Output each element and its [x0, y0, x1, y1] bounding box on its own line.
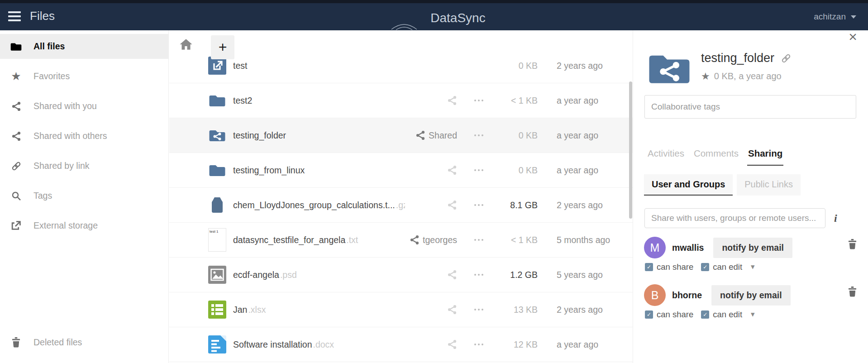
avatar: M [644, 237, 666, 258]
chevron-down-icon [851, 15, 856, 19]
share-icon[interactable] [410, 235, 420, 245]
sidebar-item-shared-with-you[interactable]: Shared with you [0, 94, 168, 119]
share-action[interactable] [405, 96, 457, 105]
collaborative-tags-input[interactable] [644, 95, 856, 119]
file-row[interactable]: testing_folderShared0 KBa year ago [169, 118, 633, 153]
checkbox-can-edit[interactable]: ✓ [701, 263, 709, 271]
file-extension: .docx [313, 339, 334, 349]
share-icon[interactable] [447, 200, 457, 210]
sidebar-item-tags[interactable]: Tags [0, 183, 168, 208]
share-action[interactable] [405, 339, 457, 349]
permission-label: can edit [713, 310, 742, 320]
share-icon [10, 100, 22, 112]
file-row[interactable]: test0 KB2 years ago [169, 48, 633, 83]
trash-icon [10, 336, 22, 349]
share-action[interactable]: Shared [405, 130, 457, 141]
checkbox-can-share[interactable]: ✓ [645, 263, 653, 271]
sidebar-item-shared-with-others[interactable]: Shared with others [0, 124, 168, 148]
more-actions-button[interactable] [457, 204, 501, 206]
dot [482, 204, 484, 206]
share-user-name: bhorne [672, 290, 702, 301]
file-name[interactable]: testing_from_linux [233, 165, 405, 176]
close-icon[interactable]: × [849, 29, 857, 44]
share-icon[interactable] [447, 96, 457, 105]
more-actions-button[interactable] [457, 309, 501, 311]
dot [482, 239, 484, 241]
file-name[interactable]: ecdf-angela.psd [233, 270, 405, 280]
app-logo: DataSync [0, 3, 868, 30]
share-icon[interactable] [447, 305, 457, 315]
file-row[interactable]: Software installation.docx12 KBa year ag… [169, 327, 633, 362]
share-icon[interactable] [447, 270, 457, 280]
file-row[interactable]: Jan.xlsx13 KB2 years ago [169, 292, 633, 327]
hamburger-menu-icon[interactable] [8, 11, 21, 21]
file-name[interactable]: chem_LloydJones_group_calculations.t....… [233, 200, 405, 210]
more-actions-button[interactable] [457, 274, 501, 276]
share-icon[interactable] [447, 165, 457, 175]
chevron-down-icon[interactable]: ▾ [751, 262, 755, 272]
chevron-down-icon[interactable]: ▾ [751, 310, 755, 319]
share-icon[interactable] [415, 130, 425, 140]
file-name[interactable]: test2 [233, 96, 405, 106]
user-menu[interactable]: achitzan [814, 3, 856, 30]
sidebar-item-shared-by-link[interactable]: Shared by link [0, 153, 168, 178]
dot [474, 100, 477, 102]
notify-by-email-button[interactable]: notify by email [711, 285, 791, 306]
share-icon[interactable] [447, 339, 457, 349]
sidebar-item-all-files[interactable]: All files [0, 34, 168, 59]
more-actions-button[interactable] [457, 134, 501, 137]
checkbox-can-edit[interactable]: ✓ [701, 310, 709, 319]
file-row[interactable]: chem_LloydJones_group_calculations.t....… [169, 188, 633, 223]
file-modified: a year ago [557, 96, 633, 106]
file-row[interactable]: testing_from_linux0 KBa year ago [169, 153, 633, 188]
file-modified: 2 years ago [557, 61, 633, 71]
file-size: 0 KB [501, 165, 538, 176]
top-bar: Files DataSync achitzan [0, 3, 868, 30]
share-action[interactable] [405, 305, 457, 315]
file-base-name: Software installation [233, 339, 312, 349]
more-actions-button[interactable] [457, 344, 501, 346]
unshare-trash-icon[interactable] [848, 287, 857, 299]
home-breadcrumb-icon[interactable] [179, 38, 193, 53]
dot [474, 344, 477, 346]
share-action[interactable]: tgeorges [405, 235, 457, 245]
avatar: B [644, 284, 666, 306]
share-action[interactable] [405, 165, 457, 175]
tab-activities[interactable]: Activities [647, 148, 685, 166]
more-actions-button[interactable] [457, 239, 501, 241]
sidebar-item-label: Tags [33, 191, 52, 201]
more-actions-button[interactable] [457, 100, 501, 102]
file-row[interactable]: test 1datasync_testfile_for_angela.txttg… [169, 223, 633, 258]
tab-sharing[interactable]: Sharing [747, 148, 783, 166]
tab-comments[interactable]: Comments [693, 148, 739, 166]
subtab-user-and-groups[interactable]: User and Groups [644, 174, 733, 196]
file-name[interactable]: testing_folder [233, 130, 405, 141]
sidebar-item-external-storage[interactable]: External storage [0, 213, 168, 238]
file-size: 12 KB [501, 339, 538, 350]
share-action[interactable] [405, 200, 457, 210]
subtab-public-links[interactable]: Public Links [737, 174, 801, 196]
notify-by-email-button[interactable]: notify by email [713, 238, 792, 258]
share-action[interactable] [405, 270, 457, 280]
preview-text: test 1 [210, 230, 225, 234]
file-row[interactable]: test2< 1 KBa year ago [169, 83, 633, 118]
file-size: 1.2 GB [501, 270, 538, 280]
new-file-button[interactable]: + [211, 35, 234, 59]
file-name[interactable]: datasync_testfile_for_angela.txt [233, 235, 405, 245]
info-icon[interactable]: i [834, 212, 837, 224]
checkbox-can-share[interactable]: ✓ [645, 310, 653, 319]
file-name[interactable]: test [233, 61, 405, 71]
unshare-trash-icon[interactable] [848, 239, 857, 251]
link-icon[interactable] [781, 53, 792, 64]
file-row[interactable]: ecdf-angela.psd1.2 GB5 years ago [169, 258, 633, 292]
sidebar-item-favorites[interactable]: ★Favorites [0, 64, 168, 89]
scrollbar-thumb[interactable] [629, 81, 632, 219]
sidebar-item-deleted-files[interactable]: Deleted files [0, 330, 168, 355]
share-with-input[interactable] [644, 208, 825, 228]
file-name[interactable]: Jan.xlsx [233, 305, 405, 315]
file-name[interactable]: Software installation.docx [233, 339, 405, 350]
favorite-star-icon[interactable]: ★ [701, 72, 710, 81]
file-list-controls [169, 30, 633, 52]
more-actions-button[interactable] [457, 169, 501, 172]
sidebar-item-label: External storage [33, 220, 98, 231]
